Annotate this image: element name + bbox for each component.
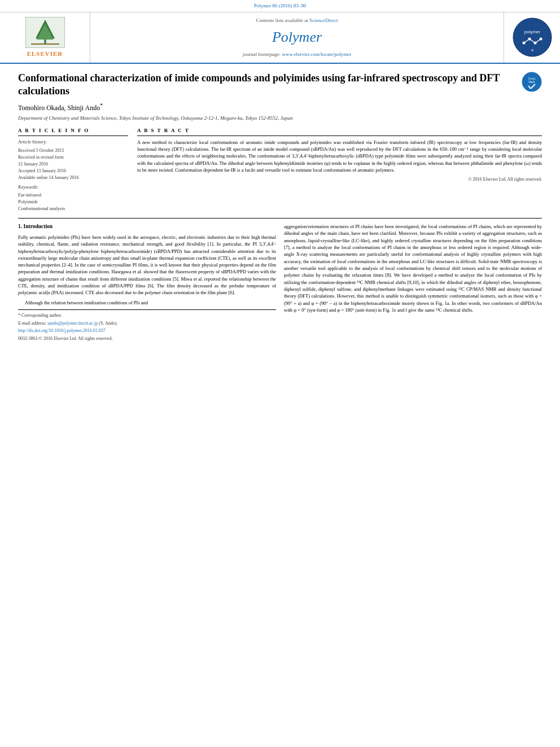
- journal-header: ELSEVIER Contents lists available at Sci…: [0, 12, 560, 64]
- email-line: E-mail address: sando@polymer.titech.ac.…: [18, 320, 276, 327]
- corresponding-author: * Corresponding author.: [18, 312, 276, 319]
- section-divider: [18, 218, 542, 219]
- elsevier-tree-icon: [25, 17, 65, 48]
- email-suffix: (S. Ando).: [99, 321, 117, 326]
- svg-point-11: [522, 42, 525, 45]
- article-info-box: A R T I C L E I N F O Article history: R…: [18, 127, 128, 212]
- contents-label: Contents lists available at: [256, 18, 308, 23]
- citation-bar: Polymer 86 (2016) 83–90: [0, 0, 560, 12]
- issn-line: 0032-3861/© 2016 Elsevier Ltd. All right…: [18, 335, 276, 342]
- email-link[interactable]: sando@polymer.titech.ac.jp: [47, 321, 98, 326]
- article-affiliation: Department of Chemistry and Materials Sc…: [18, 115, 542, 122]
- article-content: Conformational characterization of imide…: [0, 64, 560, 351]
- svg-point-14: [539, 38, 542, 41]
- keywords-section: Keywords: Far-infrared Polyimide Conform…: [18, 184, 128, 213]
- doi-link[interactable]: http://dx.doi.org/10.1016/j.polymer.2016…: [18, 328, 106, 333]
- contents-line: Contents lists available at ScienceDirec…: [256, 17, 338, 24]
- article-title-section: Conformational characterization of imide…: [18, 72, 542, 98]
- date-0: Received 5 October 2015: [18, 147, 128, 154]
- homepage-url[interactable]: www.elsevier.com/locate/polymer: [282, 51, 351, 57]
- svg-point-12: [528, 38, 531, 41]
- svg-point-13: [533, 42, 536, 45]
- date-3: Accepted 13 January 2016: [18, 168, 128, 174]
- abstract-text: A new method to characterize local confo…: [137, 139, 542, 174]
- date-4: Available online 14 January 2016: [18, 174, 128, 181]
- col2-para-0: aggregation/orientation structures of PI…: [284, 223, 542, 313]
- keyword-1: Polyimide: [18, 199, 128, 206]
- keyword-2: Conformational analysis: [18, 206, 128, 212]
- polymer-badge-icon: polymer: [513, 18, 552, 57]
- elsevier-logo: ELSEVIER: [25, 17, 65, 58]
- homepage-label: journal homepage:: [243, 51, 281, 57]
- keyword-0: Far-infrared: [18, 192, 128, 199]
- svg-point-15: [531, 49, 533, 51]
- crossmark-icon[interactable]: Cross Mark: [522, 72, 542, 92]
- citation-text: Polymer 86 (2016) 83–90: [254, 3, 307, 8]
- footnote-section: * Corresponding author. E-mail address: …: [18, 309, 276, 342]
- article-history-label: Article history:: [18, 139, 128, 146]
- doi-line: http://dx.doi.org/10.1016/j.polymer.2016…: [18, 327, 276, 334]
- info-abstract-row: A R T I C L E I N F O Article history: R…: [18, 127, 542, 212]
- body-columns: 1. Introduction Fully aromatic polyimide…: [18, 223, 542, 343]
- polymer-badge-section: polymer: [504, 12, 560, 63]
- elsevier-logo-section: ELSEVIER: [0, 12, 90, 63]
- elsevier-text: ELSEVIER: [27, 50, 63, 58]
- copyright: © 2016 Elsevier Ltd. All rights reserved…: [137, 176, 542, 182]
- body-col-left: 1. Introduction Fully aromatic polyimide…: [18, 223, 276, 343]
- col1-para-0: Fully aromatic polyimides (PIs) have bee…: [18, 234, 276, 296]
- article-authors: Tomohiro Okada, Shinji Ando*: [18, 102, 542, 113]
- abstract-box: A B S T R A C T A new method to characte…: [137, 127, 542, 212]
- col1-para-1: Although the relation between imidizatio…: [18, 299, 276, 306]
- article-info-title: A R T I C L E I N F O: [18, 127, 128, 136]
- body-col-right: aggregation/orientation structures of PI…: [284, 223, 542, 343]
- svg-text:polymer: polymer: [524, 29, 540, 34]
- authors-text: Tomohiro Okada, Shinji Ando: [18, 104, 100, 112]
- date-1: Received in revised form: [18, 154, 128, 160]
- article-title: Conformational characterization of imide…: [18, 72, 522, 98]
- svg-rect-4: [31, 43, 59, 45]
- svg-text:Mark: Mark: [528, 80, 535, 84]
- section1-heading: 1. Introduction: [18, 223, 276, 231]
- email-label: E-mail address:: [18, 321, 46, 326]
- journal-homepage: journal homepage: www.elsevier.com/locat…: [243, 51, 351, 58]
- asterisk: *: [100, 102, 103, 108]
- abstract-title: A B S T R A C T: [137, 127, 542, 136]
- date-2: 12 January 2016: [18, 161, 128, 167]
- journal-header-center: Contents lists available at ScienceDirec…: [90, 12, 504, 63]
- keywords-label: Keywords:: [18, 184, 128, 191]
- journal-name: Polymer: [272, 27, 322, 47]
- sciencedirect-link[interactable]: ScienceDirect: [309, 18, 338, 23]
- page-wrapper: Polymer 86 (2016) 83–90: [0, 0, 560, 351]
